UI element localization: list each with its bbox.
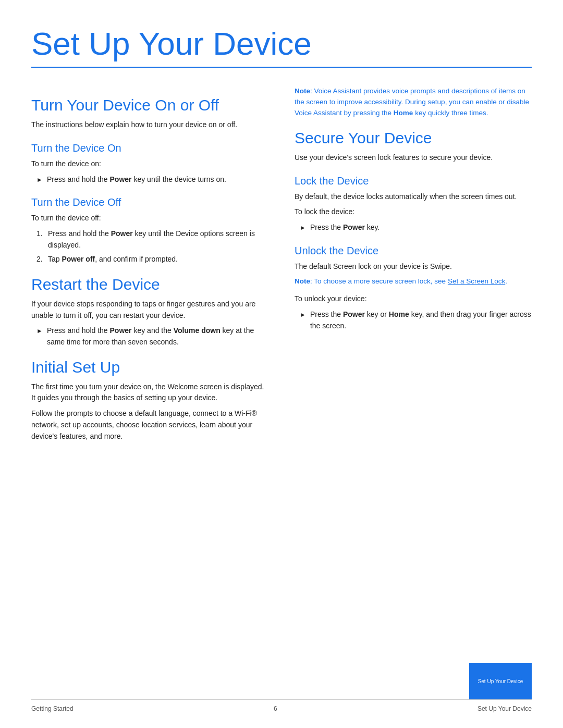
lock-para1: By default, the device locks automatical… (295, 191, 532, 203)
section-initial-setup-title: Initial Set Up (31, 359, 268, 376)
unlock-note-end: . (505, 277, 507, 285)
subsection-lock-title: Lock the Device (295, 175, 532, 187)
set-screen-lock-link[interactable]: Set a Screen Lock (448, 277, 505, 285)
section-secure-title: Secure Your Device (295, 129, 532, 147)
section-restart-title: Restart the Device (31, 276, 268, 293)
lock-bullet: ► Press the Power key. (300, 222, 532, 233)
turn-on-intro: To turn the device on: (31, 158, 268, 170)
turn-off-item-2-text: Tap Power off, and confirm if prompted. (48, 254, 178, 265)
turn-off-item-1: 1. Press and hold the Power key until th… (36, 228, 268, 251)
column-left: Turn Your Device On or Off The instructi… (31, 86, 268, 446)
section-turn-on-off-intro: The instructions below explain how to tu… (31, 119, 268, 131)
initial-setup-para1: The first time you turn your device on, … (31, 381, 268, 404)
lock-para2: To lock the device: (295, 206, 532, 218)
bullet-arrow-unlock-icon: ► (300, 310, 306, 320)
thumbnail-label: Set Up Your Device (478, 678, 523, 684)
unlock-note-text: : To choose a more secure screen lock, s… (310, 277, 448, 285)
unlock-para2: To unlock your device: (295, 293, 532, 305)
voice-assistant-note: Note: Voice Assistant provides voice pro… (295, 86, 532, 119)
subsection-unlock-title: Unlock the Device (295, 245, 532, 257)
footer-right-text: Set Up Your Device (478, 705, 532, 712)
restart-intro: If your device stops responding to taps … (31, 299, 268, 321)
turn-off-intro: To turn the device off: (31, 213, 268, 224)
subsection-turn-off-title: Turn the Device Off (31, 196, 268, 208)
page-thumbnail: Set Up Your Device (469, 663, 532, 699)
column-right: Note: Voice Assistant provides voice pro… (295, 86, 532, 446)
unlock-note-label: Note (295, 277, 310, 285)
footer: Getting Started 6 Set Up Your Device (31, 699, 532, 712)
unlock-bullet: ► Press the Power key or Home key, and t… (300, 309, 532, 331)
unlock-bullet-text: Press the Power key or Home key, and the… (310, 309, 532, 331)
list-num-1: 1. (36, 228, 48, 251)
section-turn-on-off-title: Turn Your Device On or Off (31, 96, 268, 114)
two-column-layout: Turn Your Device On or Off The instructi… (31, 86, 532, 446)
secure-intro: Use your device's screen lock features t… (295, 152, 532, 164)
footer-left-text: Getting Started (31, 705, 74, 712)
subsection-turn-on-title: Turn the Device On (31, 142, 268, 154)
turn-on-bullet-text: Press and hold the Power key until the d… (47, 174, 226, 186)
initial-setup-para2: Follow the prompts to choose a default l… (31, 408, 268, 442)
page: Set Up Your Device Turn Your Device On o… (0, 0, 563, 728)
note-text: : Voice Assistant provides voice prompts… (295, 87, 529, 117)
unlock-note: Note: To choose a more secure screen loc… (295, 276, 532, 287)
page-title: Set Up Your Device (31, 26, 532, 61)
footer-page-number: 6 (274, 705, 277, 712)
turn-off-list: 1. Press and hold the Power key until th… (36, 228, 268, 265)
turn-off-item-2: 2. Tap Power off, and confirm if prompte… (36, 254, 268, 265)
restart-bullet: ► Press and hold the Power key and the V… (36, 325, 268, 348)
turn-on-bullet: ► Press and hold the Power key until the… (36, 174, 268, 186)
list-num-2: 2. (36, 254, 48, 265)
lock-bullet-text: Press the Power key. (310, 222, 380, 233)
unlock-para1: The default Screen lock on your device i… (295, 261, 532, 273)
note-label: Note (295, 87, 310, 95)
restart-bullet-text: Press and hold the Power key and the Vol… (47, 325, 268, 348)
turn-off-item-1-text: Press and hold the Power key until the D… (48, 228, 268, 251)
bullet-arrow-lock-icon: ► (300, 223, 306, 233)
title-divider (31, 67, 532, 68)
bullet-arrow-restart-icon: ► (36, 326, 43, 336)
bullet-arrow-icon: ► (36, 175, 43, 185)
